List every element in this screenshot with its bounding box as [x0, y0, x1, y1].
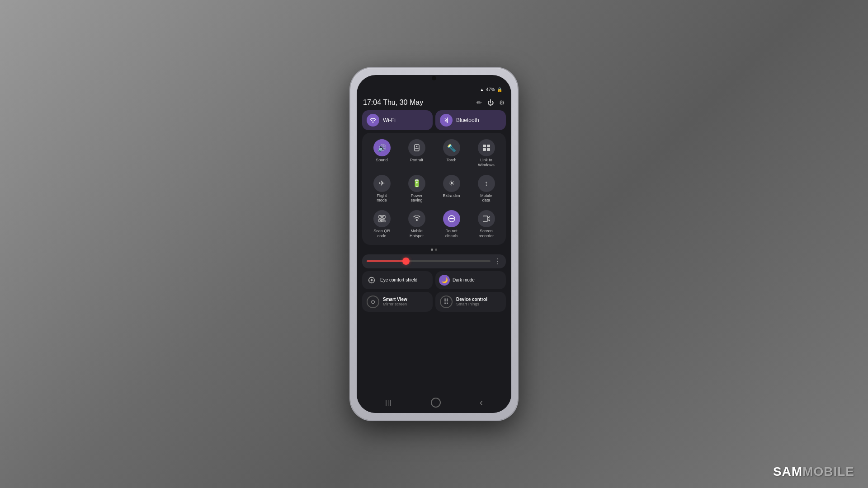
link-windows-label: Link toWindows	[478, 158, 495, 168]
bluetooth-label: Bluetooth	[456, 117, 479, 123]
panel-content: 17:04 Thu, 30 May ✏ ⏻ ⚙	[357, 95, 511, 394]
dark-mode-icon: 🌙	[439, 275, 450, 286]
svg-point-1	[416, 146, 417, 147]
svg-rect-9	[380, 216, 381, 217]
device-control-tile[interactable]: ⠿ Device control SmartThings	[435, 292, 506, 312]
device-control-text: Device control SmartThings	[456, 297, 487, 306]
phone-screen: ▲ 47% 🔒 17:04 Thu, 30 May ✏ ⏻ ⚙	[357, 75, 511, 413]
torch-tile[interactable]: 🔦 Torch	[434, 136, 468, 170]
svg-rect-3	[487, 145, 490, 147]
top-icons: ✏ ⏻ ⚙	[476, 99, 505, 106]
mobile-hotspot-icon	[408, 210, 425, 227]
portrait-icon	[408, 139, 425, 156]
sound-tile[interactable]: 🔊 Sound	[365, 136, 399, 170]
bottom-toggle-row: Eye comfort shield 🌙 Dark mode	[362, 271, 506, 289]
mobile-data-icon: ↕	[478, 175, 495, 192]
device-control-label: Device control	[456, 297, 487, 302]
status-icons: ▲ 47% 🔒	[480, 87, 502, 92]
dark-mode-tile[interactable]: 🌙 Dark mode	[435, 271, 506, 289]
wifi-tile[interactable]: Wi-Fi	[362, 110, 433, 130]
time-date: 17:04 Thu, 30 May	[363, 99, 423, 107]
notch-area	[357, 75, 511, 82]
portrait-tile[interactable]: Portrait	[400, 136, 434, 170]
nav-bar: ||| ‹	[357, 394, 511, 413]
do-not-disturb-icon	[443, 210, 460, 227]
svg-rect-0	[415, 145, 419, 151]
do-not-disturb-tile[interactable]: Do notdisturb	[434, 207, 468, 241]
power-saving-icon: 🔋	[408, 175, 425, 192]
back-icon[interactable]: ‹	[480, 397, 483, 408]
svg-point-16	[371, 279, 373, 281]
settings-icon[interactable]: ⚙	[499, 99, 505, 106]
power-icon[interactable]: ⏻	[487, 99, 494, 106]
eye-comfort-label: Eye comfort shield	[380, 277, 417, 282]
screen-recorder-tile[interactable]: Screenrecorder	[469, 207, 503, 241]
slider-thumb	[402, 258, 410, 265]
svg-rect-14	[483, 216, 488, 221]
torch-label: Torch	[446, 158, 456, 163]
device-control-sublabel: SmartThings	[456, 302, 487, 306]
quick-tiles-row: Wi-Fi Bluetooth	[362, 110, 506, 130]
dark-mode-label: Dark mode	[453, 277, 475, 282]
apps-row: ⊙ Smart View Mirror screen ⠿ Device cont…	[362, 292, 506, 312]
home-icon[interactable]	[431, 398, 441, 408]
slider-progress	[367, 260, 404, 262]
link-windows-icon	[478, 139, 495, 156]
bluetooth-icon	[440, 114, 453, 127]
eye-comfort-icon	[366, 274, 377, 286]
camera-dot	[432, 76, 436, 80]
phone-shell: ▲ 47% 🔒 17:04 Thu, 30 May ✏ ⏻ ⚙	[350, 68, 518, 420]
smart-view-text: Smart View Mirror screen	[383, 297, 407, 306]
scan-qr-tile[interactable]: Scan QRcode	[365, 207, 399, 241]
mobile-hotspot-tile[interactable]: MobileHotspot	[400, 207, 434, 241]
mobile-data-tile[interactable]: ↕ Mobiledata	[469, 172, 503, 206]
signal-icon: ▲	[480, 87, 484, 92]
do-not-disturb-label: Do notdisturb	[445, 229, 458, 239]
dark-mode-text: Dark mode	[453, 277, 475, 282]
flight-mode-label: Flightmode	[377, 193, 387, 203]
page-dot-1	[431, 249, 433, 251]
mobile-hotspot-label: MobileHotspot	[410, 229, 424, 239]
mobile-data-label: Mobiledata	[480, 193, 492, 203]
device-control-icon: ⠿	[440, 296, 453, 308]
extra-dim-tile[interactable]: ☀ Extra dim	[434, 172, 468, 206]
page-dot-2	[435, 249, 437, 251]
brightness-row: ⋮	[362, 254, 506, 268]
torch-icon: 🔦	[443, 139, 460, 156]
status-bar: ▲ 47% 🔒	[357, 82, 511, 95]
extra-dim-icon: ☀	[443, 175, 460, 192]
wifi-icon	[367, 114, 379, 127]
smart-view-tile[interactable]: ⊙ Smart View Mirror screen	[362, 292, 433, 312]
link-windows-tile[interactable]: Link toWindows	[469, 136, 503, 170]
svg-rect-2	[483, 145, 486, 147]
svg-rect-10	[383, 216, 384, 217]
power-saving-label: Powersaving	[410, 193, 422, 203]
svg-rect-5	[487, 148, 490, 151]
top-bar: 17:04 Thu, 30 May ✏ ⏻ ⚙	[362, 98, 506, 108]
screen-recorder-label: Screenrecorder	[479, 229, 494, 239]
scan-qr-icon	[373, 210, 391, 227]
scan-qr-label: Scan QRcode	[373, 229, 390, 239]
flight-mode-icon: ✈	[373, 175, 391, 192]
bluetooth-tile[interactable]: Bluetooth	[435, 110, 506, 130]
lock-icon: 🔒	[497, 87, 502, 92]
battery-text: 47%	[486, 87, 495, 92]
sound-icon: 🔊	[373, 139, 391, 156]
eye-comfort-tile[interactable]: Eye comfort shield	[362, 271, 433, 289]
portrait-label: Portrait	[410, 158, 423, 163]
screen-recorder-icon	[478, 210, 495, 227]
extra-dim-label: Extra dim	[443, 193, 460, 198]
svg-rect-4	[483, 148, 486, 151]
flight-mode-tile[interactable]: ✈ Flightmode	[365, 172, 399, 206]
more-options-icon[interactable]: ⋮	[494, 257, 501, 266]
power-saving-tile[interactable]: 🔋 Powersaving	[400, 172, 434, 206]
sound-label: Sound	[376, 158, 387, 163]
page-dots	[362, 248, 506, 252]
slider-track[interactable]	[367, 260, 491, 262]
recent-apps-icon[interactable]: |||	[385, 399, 392, 406]
wifi-label: Wi-Fi	[383, 117, 396, 123]
smart-view-icon: ⊙	[367, 296, 379, 308]
edit-icon[interactable]: ✏	[476, 99, 482, 106]
svg-rect-11	[380, 220, 381, 221]
smart-view-label: Smart View	[383, 297, 407, 302]
